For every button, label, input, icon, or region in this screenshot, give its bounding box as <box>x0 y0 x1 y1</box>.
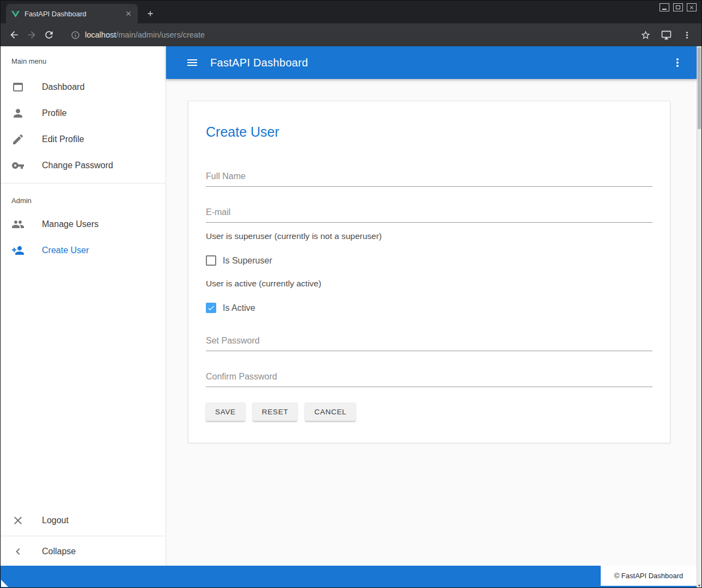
reload-button[interactable] <box>44 29 54 40</box>
sidebar-item-profile[interactable]: Profile <box>1 100 166 126</box>
sidebar-section-admin: Admin <box>1 188 166 211</box>
cancel-button[interactable]: CANCEL <box>305 402 356 421</box>
superuser-hint: User is superuser (currently is not a su… <box>206 231 652 241</box>
footer: © FastAPI Dashboard <box>1 566 697 587</box>
menu-toggle-button[interactable] <box>186 56 199 69</box>
sidebar-item-label: Edit Profile <box>42 134 84 144</box>
vue-logo-icon <box>11 10 20 18</box>
hamburger-icon <box>186 56 199 69</box>
sidebar-item-edit-profile[interactable]: Edit Profile <box>1 126 166 152</box>
main-area: FastAPI Dashboard Create User User is su… <box>166 46 697 567</box>
forward-button[interactable] <box>26 29 37 40</box>
email-field <box>206 202 652 223</box>
sidebar-item-label: Collapse <box>42 547 76 556</box>
active-checkbox[interactable] <box>206 303 216 313</box>
sidebar-item-label: Dashboard <box>42 82 84 92</box>
window-close-icon <box>689 5 694 10</box>
more-vert-icon <box>671 56 684 69</box>
page-content: Create User User is superuser (currently… <box>166 79 697 567</box>
sidebar-item-label: Change Password <box>42 161 113 170</box>
confirm-password-field <box>206 366 652 387</box>
person-add-icon <box>11 244 25 257</box>
appbar-menu-button[interactable] <box>671 56 684 69</box>
superuser-checkbox-label: Is Superuser <box>223 256 272 266</box>
create-user-card: Create User User is superuser (currently… <box>188 101 670 443</box>
url-path: /main/admin/users/create <box>116 30 205 39</box>
sidebar-spacer <box>1 264 166 507</box>
maximize-icon <box>676 5 680 9</box>
sidebar-item-label: Profile <box>42 108 66 118</box>
form-buttons: SAVE RESET CANCEL <box>206 402 652 421</box>
browser-addressbar: localhost/main/admin/users/create <box>1 23 701 46</box>
sidebar-divider <box>1 183 166 183</box>
more-vert-icon <box>682 30 692 40</box>
page-title: Create User <box>206 124 652 140</box>
address-bar[interactable]: localhost/main/admin/users/create <box>71 30 640 40</box>
browser-tab[interactable]: FastAPI Dashboard <box>6 4 138 23</box>
chevron-left-icon <box>11 545 25 558</box>
sidebar-item-dashboard[interactable]: Dashboard <box>1 74 166 100</box>
scrollbar-down-arrow[interactable]: ▼ <box>697 584 701 587</box>
set-password-input[interactable] <box>206 330 652 351</box>
save-button[interactable]: SAVE <box>206 402 245 421</box>
set-password-field <box>206 330 652 351</box>
superuser-checkbox-row: Is Superuser <box>206 255 652 266</box>
sidebar-divider <box>1 536 166 536</box>
cast-icon[interactable] <box>661 30 672 40</box>
window-close-button[interactable] <box>687 3 697 11</box>
site-info-icon[interactable] <box>71 30 80 40</box>
sidebar-item-create-user[interactable]: Create User <box>1 237 166 264</box>
page-scrollbar[interactable]: ▼ <box>697 46 701 588</box>
bookmark-star-icon[interactable] <box>640 30 651 40</box>
confirm-password-input[interactable] <box>206 366 652 387</box>
sidebar-item-label: Manage Users <box>42 219 99 229</box>
scrollbar-thumb[interactable] <box>698 47 701 129</box>
key-icon <box>11 159 25 172</box>
edit-icon <box>11 133 25 146</box>
sidebar-item-label: Logout <box>42 516 69 525</box>
sidebar-item-logout[interactable]: Logout <box>1 507 166 534</box>
browser-window: FastAPI Dashboard <box>0 0 702 588</box>
sidebar-section-main: Main menu <box>1 46 166 74</box>
resize-grip-icon <box>1 580 8 587</box>
sidebar-item-change-password[interactable]: Change Password <box>1 152 166 179</box>
minimize-button[interactable] <box>660 3 669 11</box>
close-icon <box>11 514 25 527</box>
sidebar: Main menu Dashboard Profile Edit Profile… <box>1 46 166 567</box>
appbar-title: FastAPI Dashboard <box>210 57 671 69</box>
sidebar-item-manage-users[interactable]: Manage Users <box>1 211 166 237</box>
full-name-input[interactable] <box>206 166 652 187</box>
people-icon <box>11 218 25 231</box>
url-host: localhost <box>85 30 116 39</box>
active-checkbox-row: Is Active <box>206 303 652 313</box>
person-icon <box>11 107 25 120</box>
reset-button[interactable]: RESET <box>253 402 298 421</box>
check-icon <box>207 304 215 312</box>
full-name-field <box>206 166 652 187</box>
superuser-checkbox[interactable] <box>206 255 216 266</box>
footer-copyright: © FastAPI Dashboard <box>601 566 697 586</box>
addressbar-actions <box>640 30 692 40</box>
appbar: FastAPI Dashboard <box>166 46 697 79</box>
new-tab-button[interactable] <box>143 7 157 21</box>
window-controls <box>660 3 697 11</box>
sidebar-item-label: Create User <box>42 246 89 255</box>
back-button[interactable] <box>9 29 20 40</box>
tab-close-icon[interactable] <box>125 10 132 17</box>
sidebar-item-collapse[interactable]: Collapse <box>1 538 166 565</box>
dashboard-icon <box>11 81 25 94</box>
active-hint: User is active (currently active) <box>206 279 652 289</box>
active-checkbox-label: Is Active <box>223 303 255 313</box>
tab-title: FastAPI Dashboard <box>25 10 120 18</box>
minimize-icon <box>662 9 667 10</box>
browser-titlebar: FastAPI Dashboard <box>1 1 701 23</box>
email-input[interactable] <box>206 202 652 223</box>
browser-menu-button[interactable] <box>682 30 692 40</box>
maximize-button[interactable] <box>673 3 683 11</box>
